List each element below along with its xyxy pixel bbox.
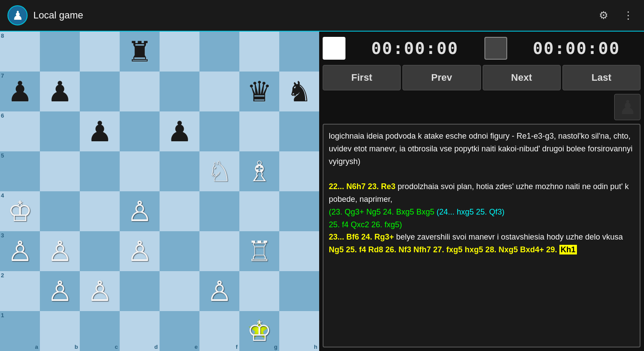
rank-label-4: 4 [1,192,4,199]
board-cell-f8[interactable] [199,32,239,72]
board-cell-d4[interactable]: ♙ [120,191,160,231]
piece-b3: ♙ [47,237,72,265]
board-cell-c7[interactable] [80,72,120,111]
timer-row: 00:00:00 00:00:00 [323,35,640,61]
board-cell-g7[interactable]: ♛ [239,72,279,111]
board-cell-e6[interactable]: ♟ [160,111,199,151]
last-button[interactable]: Last [562,65,640,90]
board-cell-a1[interactable]: 1a [0,311,40,351]
board-cell-h8[interactable] [279,32,319,72]
piece-a4: ♔ [7,197,32,226]
board-cell-c6[interactable]: ♟ [80,111,120,151]
board-cell-g6[interactable] [239,111,279,151]
file-label-a: a [35,344,38,350]
board-cell-b2[interactable]: ♙ [40,271,80,311]
board-cell-e1[interactable]: e [160,311,199,351]
board-cell-a6[interactable]: 6 [0,111,40,151]
board-cell-f7[interactable] [199,72,239,111]
board-cell-a7[interactable]: 7♟ [0,72,40,111]
commentary-move2: 23... Bf6 24. Rg3+ [329,233,394,241]
rank-label-7: 7 [1,72,4,79]
board-cell-a5[interactable]: 5 [0,151,40,191]
board-cell-b7[interactable]: ♟ [40,72,80,111]
board-cell-f3[interactable] [199,231,239,271]
board-cell-f2[interactable]: ♙ [199,271,239,311]
piece-d4: ♙ [127,197,152,226]
board-cell-h4[interactable] [279,191,319,231]
prev-button[interactable]: Prev [402,65,480,90]
commentary-box[interactable]: logichnaia ideia podvoda k atake esche o… [323,124,640,347]
board-grid: 8♜7♟♟♛♞6♟♟5♘♗4♔♙3♙♙♙♖2♙♙♙1abcdefg♔h [0,32,319,351]
board-cell-c1[interactable]: c [80,311,120,351]
board-cell-h1[interactable]: h [279,311,319,351]
first-button[interactable]: First [323,65,401,90]
piece-c6: ♟ [87,118,112,146]
board-cell-g2[interactable] [239,271,279,311]
board-cell-a4[interactable]: 4♔ [0,191,40,231]
board-cell-b4[interactable] [40,191,80,231]
board-cell-e8[interactable] [160,32,199,72]
board-cell-d1[interactable]: d [120,311,160,351]
board-cell-d5[interactable] [120,151,160,191]
app-icon: ♟ [7,5,28,26]
board-cell-c4[interactable] [80,191,120,231]
board-cell-d8[interactable]: ♜ [120,32,160,72]
board-cell-h3[interactable] [279,231,319,271]
board-cell-e4[interactable] [160,191,199,231]
more-icon[interactable]: ⋮ [619,7,637,24]
board-cell-e7[interactable] [160,72,199,111]
board-cell-f4[interactable] [199,191,239,231]
board-cell-f5[interactable]: ♘ [199,151,239,191]
board-cell-g1[interactable]: g♔ [239,311,279,351]
board-cell-b1[interactable]: b [40,311,80,351]
commentary-move1: 22... N6h7 23. Re3 [329,182,395,191]
rank-label-3: 3 [1,232,4,239]
board-cell-g5[interactable]: ♗ [239,151,279,191]
settings-icon[interactable]: ⚙ [595,7,612,24]
board-cell-c3[interactable] [80,231,120,271]
board-cell-e3[interactable] [160,231,199,271]
board-cell-a3[interactable]: 3♙ [0,231,40,271]
rank-label-5: 5 [1,152,4,159]
piece-g7: ♛ [247,78,272,106]
board-cell-c2[interactable]: ♙ [80,271,120,311]
board-cell-b3[interactable]: ♙ [40,231,80,271]
app-title: Local game [33,10,595,21]
board-cell-c5[interactable] [80,151,120,191]
piece-g1: ♔ [247,317,272,345]
board-cell-e2[interactable] [160,271,199,311]
black-timer: 00:00:00 [512,39,641,58]
board-cell-b5[interactable] [40,151,80,191]
board-cell-b8[interactable] [40,32,80,72]
board-cell-a8[interactable]: 8 [0,32,40,72]
board-cell-b6[interactable] [40,111,80,151]
commentary-text3: belye zavershili svoi manevr i ostavshie… [396,233,623,241]
rank-label-2: 2 [1,272,4,279]
board-cell-h6[interactable] [279,111,319,151]
board-cell-c8[interactable] [80,32,120,72]
board-cell-d3[interactable]: ♙ [120,231,160,271]
piece-f2: ♙ [207,277,232,305]
board-cell-h2[interactable] [279,271,319,311]
board-cell-g3[interactable]: ♖ [239,231,279,271]
board-cell-a2[interactable]: 2 [0,271,40,311]
board-cell-h5[interactable] [279,151,319,191]
piece-g5: ♗ [247,158,272,186]
board-cell-g4[interactable] [239,191,279,231]
nav-buttons: First Prev Next Last [323,65,640,90]
chess-board[interactable]: 8♜7♟♟♛♞6♟♟5♘♗4♔♙3♙♙♙♖2♙♙♙1abcdefg♔h [0,32,319,351]
board-cell-d2[interactable] [120,271,160,311]
board-cell-f1[interactable]: f [199,311,239,351]
white-timer: 00:00:00 [351,39,479,58]
piece-e6: ♟ [167,118,192,146]
board-cell-g8[interactable] [239,32,279,72]
titlebar: ♟ Local game ⚙ ⋮ [0,0,644,32]
board-cell-f6[interactable] [199,111,239,151]
file-label-b: b [75,344,78,350]
board-cell-d6[interactable] [120,111,160,151]
board-cell-d7[interactable] [120,72,160,111]
board-cell-e5[interactable] [160,151,199,191]
file-label-g: g [274,344,278,350]
next-button[interactable]: Next [483,65,561,90]
board-cell-h7[interactable]: ♞ [279,72,319,111]
